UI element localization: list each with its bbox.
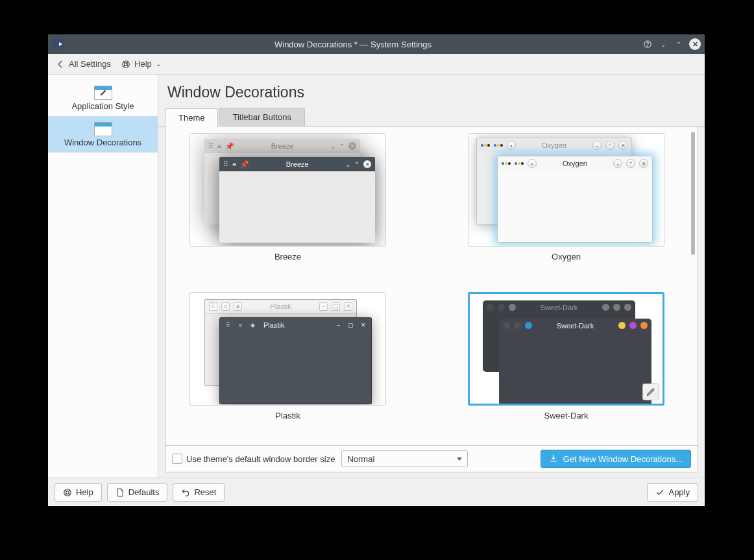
dots-icon: ⠿ [209,302,217,311]
dots-icon [515,162,524,165]
check-icon [655,488,664,497]
edit-theme-button[interactable] [642,383,659,400]
mini-title: Breeze [253,160,341,168]
theme-thumbnail: Sweet-Dark [468,292,664,406]
get-new-decorations-button[interactable]: Get New Window Decorations... [541,450,691,468]
sidebar-item-application-style[interactable]: Application Style [48,80,158,116]
windeco-icon [94,122,112,136]
checkbox-label: Use theme's default window border size [186,454,335,464]
theme-thumbnail: ⠿ ≡ 📌 Breeze ⌄ ⌃ ✕ [189,133,386,247]
defaults-button[interactable]: Defaults [107,483,168,502]
scroll-thumb[interactable] [691,132,695,255]
pin-icon: • [507,141,516,150]
theme-panel: ⠿ ≡ 📌 Breeze ⌄ ⌃ ✕ [165,127,698,472]
apply-label: Apply [668,487,690,497]
download-icon [549,454,558,465]
dots-icon [487,304,494,311]
theme-thumbnail: ⠿ ≡ ◈ Plastik –▢✕ [189,292,386,406]
app-icon [52,39,64,49]
close-icon[interactable]: ✕ [689,38,701,50]
sidebar-item-window-decorations[interactable]: Window Decorations [48,116,158,152]
dots-icon [502,162,511,165]
mini-title: Plastik [246,302,315,310]
checkbox[interactable] [172,454,182,464]
theme-name: Sweet-Dark [544,411,589,420]
back-icon [56,60,65,69]
settings-window: Window Decorations * — System Settings ⌄… [48,34,705,506]
content: Window Decorations Theme Titlebar Button… [158,75,705,478]
svg-point-1 [648,45,648,46]
dots-icon: ⠿ [224,321,232,329]
mini-title: Sweet-Dark [520,304,598,311]
svg-point-5 [66,491,69,494]
theme-name: Oxygen [552,252,581,262]
svg-point-3 [125,62,128,66]
page-title: Window Decorations [158,75,705,108]
document-icon [116,488,125,497]
mini-title: Oxygen [520,141,589,149]
mini-title: Sweet-Dark [536,322,614,330]
menu-icon: ≡ [217,142,221,150]
dots-icon [481,144,490,147]
select-value: Normal [347,454,374,464]
apply-button[interactable]: Apply [647,483,698,502]
close-icon: ✕ [348,142,356,150]
bottom-options: Use theme's default window border size N… [165,446,698,472]
footer: Help Defaults Reset Apply [48,478,705,506]
dots-icon [494,144,503,147]
theme-item-plastik[interactable]: ⠿ ≡ ◈ Plastik –▢✕ [175,292,401,439]
pin-icon: 📌 [240,160,249,169]
pin-icon: 📌 [225,142,234,151]
mini-title: Breeze [238,142,326,150]
close-icon: ✕ [363,160,371,168]
minimize-icon[interactable]: ⌄ [658,39,668,49]
reset-label: Reset [194,487,216,497]
toolbar: All Settings Help ⌄ [48,54,705,75]
dots-icon [503,322,510,329]
help-menu-label: Help [134,59,152,69]
chevron-down-icon: ⌄ [156,60,161,67]
help-menu-button[interactable]: Help ⌄ [121,59,161,69]
theme-item-sweet-dark[interactable]: Sweet-Dark [453,292,679,439]
lifebuoy-icon [63,488,72,497]
sidebar-item-label: Window Decorations [64,138,141,147]
all-settings-button[interactable]: All Settings [56,59,111,69]
dots-icon: ⠿ [208,142,213,151]
close-icon: ✕ [618,141,627,150]
close-icon: ✕ [344,302,352,311]
help-label: Help [76,487,93,497]
sidebar: Application Style Window Decorations [48,75,158,478]
help-button[interactable]: Help [55,483,102,502]
defaults-label: Defaults [128,487,160,497]
all-settings-label: All Settings [69,59,111,69]
titlebar[interactable]: Window Decorations * — System Settings ⌄… [48,34,705,54]
menu-icon: ≡ [232,160,236,168]
appstyle-icon [94,86,112,100]
theme-name: Breeze [274,252,301,262]
get-new-label: Get New Window Decorations... [563,454,683,464]
tab-bar: Theme Titlebar Buttons [158,108,705,127]
sidebar-item-label: Application Style [71,101,134,111]
use-default-border-checkbox[interactable]: Use theme's default window border size [172,454,335,464]
theme-item-breeze[interactable]: ⠿ ≡ 📌 Breeze ⌄ ⌃ ✕ [175,133,401,280]
reset-button[interactable]: Reset [173,483,225,502]
border-size-select[interactable]: Normal [341,450,468,467]
maximize-icon[interactable]: ⌃ [674,39,684,49]
lifebuoy-icon [121,60,130,69]
window-title: Window Decorations * — System Settings [69,40,637,49]
undo-icon [181,488,190,497]
mini-title: Oxygen [541,160,609,167]
pin-icon: • [528,159,537,168]
theme-name: Plastik [275,411,300,420]
tab-theme[interactable]: Theme [165,108,218,127]
help-icon[interactable] [642,39,653,49]
theme-item-oxygen[interactable]: • Oxygen ⌄⌃✕ [453,133,679,280]
dots-icon: ⠿ [223,160,228,169]
theme-thumbnail: • Oxygen ⌄⌃✕ [468,133,664,247]
close-icon: ✕ [359,321,367,329]
tab-titlebar-buttons[interactable]: Titlebar Buttons [219,108,305,126]
scrollbar[interactable] [688,127,698,445]
mini-title: Plastik [261,321,330,329]
close-icon: ✕ [639,159,648,168]
theme-grid: ⠿ ≡ 📌 Breeze ⌄ ⌃ ✕ [165,127,688,445]
